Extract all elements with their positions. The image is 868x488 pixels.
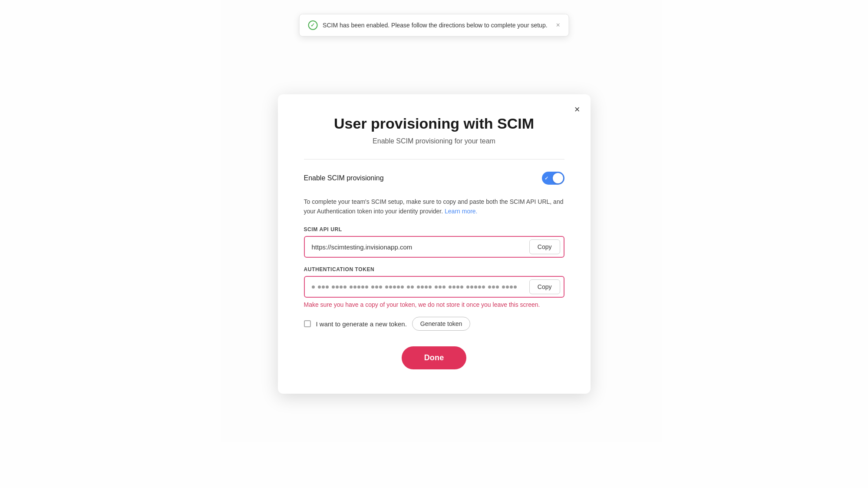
token-dot <box>496 285 499 289</box>
scim-api-url-group: SCIM API URL Copy <box>304 226 564 258</box>
scim-api-url-copy-button[interactable]: Copy <box>529 239 560 254</box>
token-dot <box>340 285 343 289</box>
new-token-label: I want to generate a new token. <box>316 320 407 328</box>
scim-toggle[interactable] <box>542 172 564 185</box>
token-dot <box>439 285 442 289</box>
modal-overlay: SCIM has been enabled. Please follow the… <box>0 0 868 488</box>
token-dot <box>411 285 414 289</box>
toggle-row: Enable SCIM provisioning <box>304 172 564 185</box>
token-dot <box>318 285 321 289</box>
done-button-wrapper: Done <box>304 346 564 369</box>
token-dot <box>326 285 329 289</box>
token-dot <box>466 285 469 289</box>
auth-token-label: Authentication token <box>304 266 564 272</box>
token-dot <box>456 285 459 289</box>
auth-token-field-wrapper: Copy <box>304 276 564 298</box>
check-circle-icon <box>308 20 317 30</box>
token-dot <box>375 285 378 289</box>
token-dot <box>421 285 424 289</box>
token-dot <box>312 285 315 289</box>
token-dot <box>429 285 432 289</box>
new-token-row: I want to generate a new token. Generate… <box>304 317 564 331</box>
token-dot <box>393 285 396 289</box>
token-dot <box>353 285 356 289</box>
token-dot <box>492 285 495 289</box>
divider <box>304 159 564 159</box>
token-dot <box>389 285 392 289</box>
modal-container: × User provisioning with SCIM Enable SCI… <box>278 94 591 394</box>
token-dot <box>407 285 410 289</box>
token-dots-display <box>305 279 526 295</box>
modal-subtitle: Enable SCIM provisioning for your team <box>304 137 564 145</box>
token-dot <box>322 285 325 289</box>
token-dot <box>357 285 360 289</box>
token-dot <box>336 285 339 289</box>
token-dot <box>502 285 505 289</box>
token-dot <box>385 285 388 289</box>
scim-api-url-label: SCIM API URL <box>304 226 564 232</box>
token-dot <box>478 285 481 289</box>
token-dot <box>488 285 491 289</box>
token-dot <box>350 285 353 289</box>
toast-message: SCIM has been enabled. Please follow the… <box>323 22 548 29</box>
toggle-label: Enable SCIM provisioning <box>304 174 384 182</box>
token-dot <box>452 285 455 289</box>
token-dot <box>514 285 517 289</box>
token-dot <box>435 285 438 289</box>
token-dot <box>379 285 382 289</box>
token-dot <box>470 285 473 289</box>
token-dot <box>332 285 335 289</box>
token-dot <box>401 285 404 289</box>
auth-token-group: Authentication token <box>304 266 564 308</box>
token-dot <box>449 285 452 289</box>
token-dot <box>474 285 477 289</box>
auth-token-copy-button[interactable]: Copy <box>529 279 560 294</box>
token-dot <box>365 285 368 289</box>
new-token-checkbox[interactable] <box>304 320 311 327</box>
token-warning-text: Make sure you have a copy of your token,… <box>304 301 564 308</box>
toggle-knob <box>553 173 563 183</box>
token-dot <box>361 285 364 289</box>
token-dot <box>425 285 428 289</box>
token-dot <box>397 285 400 289</box>
token-dot <box>506 285 509 289</box>
token-dot <box>371 285 374 289</box>
done-button[interactable]: Done <box>402 346 467 369</box>
token-dot <box>482 285 485 289</box>
token-dot <box>417 285 420 289</box>
scim-api-url-field-wrapper: Copy <box>304 236 564 258</box>
modal-close-button[interactable]: × <box>573 103 582 116</box>
learn-more-link[interactable]: Learn more. <box>445 208 477 215</box>
token-dot <box>510 285 513 289</box>
scim-api-url-input[interactable] <box>305 237 526 257</box>
token-dot <box>343 285 347 289</box>
token-dot <box>442 285 446 289</box>
toast-close-button[interactable]: × <box>556 21 560 29</box>
toast-notification: SCIM has been enabled. Please follow the… <box>299 14 569 37</box>
modal-title: User provisioning with SCIM <box>304 115 564 132</box>
description-text: To complete your team's SCIM setup, make… <box>304 197 564 216</box>
generate-token-button[interactable]: Generate token <box>412 317 471 331</box>
token-dot <box>460 285 463 289</box>
